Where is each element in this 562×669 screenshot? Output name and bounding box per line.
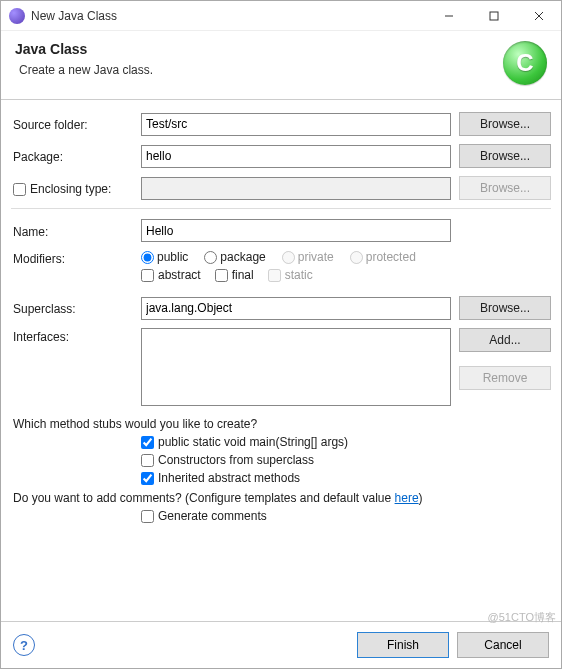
package-input[interactable]	[141, 145, 451, 168]
cancel-button[interactable]: Cancel	[457, 632, 549, 658]
source-folder-input[interactable]	[141, 113, 451, 136]
browse-superclass-button[interactable]: Browse...	[459, 296, 551, 320]
modifier-package-radio[interactable]	[204, 251, 217, 264]
modifier-abstract-checkbox[interactable]	[141, 269, 154, 282]
configure-here-link[interactable]: here	[395, 491, 419, 505]
class-icon: C	[503, 41, 547, 85]
label-enclosing-type: Enclosing type:	[30, 182, 111, 196]
modifier-final-checkbox[interactable]	[215, 269, 228, 282]
modifier-protected-radio	[350, 251, 363, 264]
enclosing-type-input	[141, 177, 451, 200]
stub-inherited-checkbox[interactable]	[141, 472, 154, 485]
label-modifiers: Modifiers:	[11, 250, 141, 266]
generate-comments-checkbox[interactable]	[141, 510, 154, 523]
stub-main-checkbox[interactable]	[141, 436, 154, 449]
banner-heading: Java Class	[15, 41, 503, 57]
label-package: Package:	[11, 148, 141, 164]
label-source-folder: Source folder:	[11, 116, 141, 132]
add-interface-button[interactable]: Add...	[459, 328, 551, 352]
titlebar: New Java Class	[1, 1, 561, 31]
eclipse-icon	[9, 8, 25, 24]
remove-interface-button: Remove	[459, 366, 551, 390]
browse-enclosing-button: Browse...	[459, 176, 551, 200]
interfaces-list[interactable]	[141, 328, 451, 406]
form-content: Source folder: Browse... Package: Browse…	[1, 100, 561, 621]
separator	[11, 208, 551, 209]
name-input[interactable]	[141, 219, 451, 242]
modifier-private-radio	[282, 251, 295, 264]
finish-button[interactable]: Finish	[357, 632, 449, 658]
browse-source-button[interactable]: Browse...	[459, 112, 551, 136]
minimize-button[interactable]	[426, 1, 471, 30]
label-name: Name:	[11, 223, 141, 239]
label-superclass: Superclass:	[11, 300, 141, 316]
close-button[interactable]	[516, 1, 561, 30]
svg-rect-1	[490, 12, 498, 20]
dialog-window: New Java Class Java Class Create a new J…	[0, 0, 562, 669]
banner-subtitle: Create a new Java class.	[19, 63, 503, 77]
modifier-public-radio[interactable]	[141, 251, 154, 264]
superclass-input[interactable]	[141, 297, 451, 320]
comments-question: Do you want to add comments? (Configure …	[13, 491, 551, 505]
stubs-question: Which method stubs would you like to cre…	[13, 417, 551, 431]
enclosing-type-checkbox[interactable]	[13, 183, 26, 196]
banner: Java Class Create a new Java class. C	[1, 31, 561, 100]
modifier-static-checkbox	[268, 269, 281, 282]
browse-package-button[interactable]: Browse...	[459, 144, 551, 168]
stub-constructors-checkbox[interactable]	[141, 454, 154, 467]
window-title: New Java Class	[31, 9, 426, 23]
footer: ? Finish Cancel	[1, 621, 561, 668]
label-interfaces: Interfaces:	[11, 328, 141, 344]
maximize-button[interactable]	[471, 1, 516, 30]
help-icon[interactable]: ?	[13, 634, 35, 656]
